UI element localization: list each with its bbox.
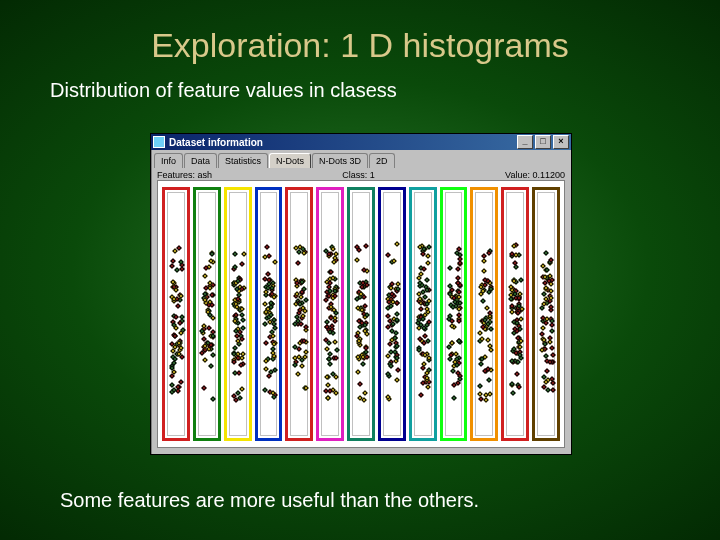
slide-footer: Some features are more useful than the o… bbox=[60, 489, 479, 512]
app-window: Dataset information _ □ × InfoDataStatis… bbox=[150, 133, 572, 455]
tab-2d[interactable]: 2D bbox=[369, 153, 395, 168]
tab-strip: InfoDataStatisticsN-DotsN-Dots 3D2D bbox=[154, 153, 568, 168]
feature-strip bbox=[501, 187, 529, 441]
slide-subtitle: Distribution of feature values in clases… bbox=[50, 79, 680, 102]
tab-n-dots[interactable]: N-Dots bbox=[269, 153, 311, 168]
feature-strip bbox=[224, 187, 252, 441]
feature-strip bbox=[162, 187, 190, 441]
feature-strip bbox=[532, 187, 560, 441]
feature-strip bbox=[470, 187, 498, 441]
window-title: Dataset information bbox=[169, 137, 263, 148]
tab-n-dots-3d[interactable]: N-Dots 3D bbox=[312, 153, 368, 168]
slide: Exploration: 1 D histograms Distribution… bbox=[0, 0, 720, 540]
slide-title: Exploration: 1 D histograms bbox=[40, 26, 680, 65]
feature-strip bbox=[347, 187, 375, 441]
tab-data[interactable]: Data bbox=[184, 153, 217, 168]
tab-info[interactable]: Info bbox=[154, 153, 183, 168]
features-label: Features: ash bbox=[157, 170, 212, 180]
plot-labels: Features: ash Class: 1 Value: 0.11200 bbox=[157, 170, 565, 180]
feature-strip bbox=[255, 187, 283, 441]
value-label: Value: 0.11200 bbox=[505, 170, 565, 180]
maximize-button[interactable]: □ bbox=[535, 135, 551, 149]
plot-area bbox=[157, 180, 565, 448]
tab-statistics[interactable]: Statistics bbox=[218, 153, 268, 168]
feature-strip bbox=[440, 187, 468, 441]
feature-strip bbox=[378, 187, 406, 441]
feature-strip bbox=[193, 187, 221, 441]
titlebar[interactable]: Dataset information _ □ × bbox=[151, 134, 571, 150]
feature-strip bbox=[409, 187, 437, 441]
minimize-button[interactable]: _ bbox=[517, 135, 533, 149]
feature-strip bbox=[316, 187, 344, 441]
info-icon bbox=[153, 136, 165, 148]
feature-strip bbox=[285, 187, 313, 441]
close-button[interactable]: × bbox=[553, 135, 569, 149]
class-label: Class: 1 bbox=[342, 170, 375, 180]
